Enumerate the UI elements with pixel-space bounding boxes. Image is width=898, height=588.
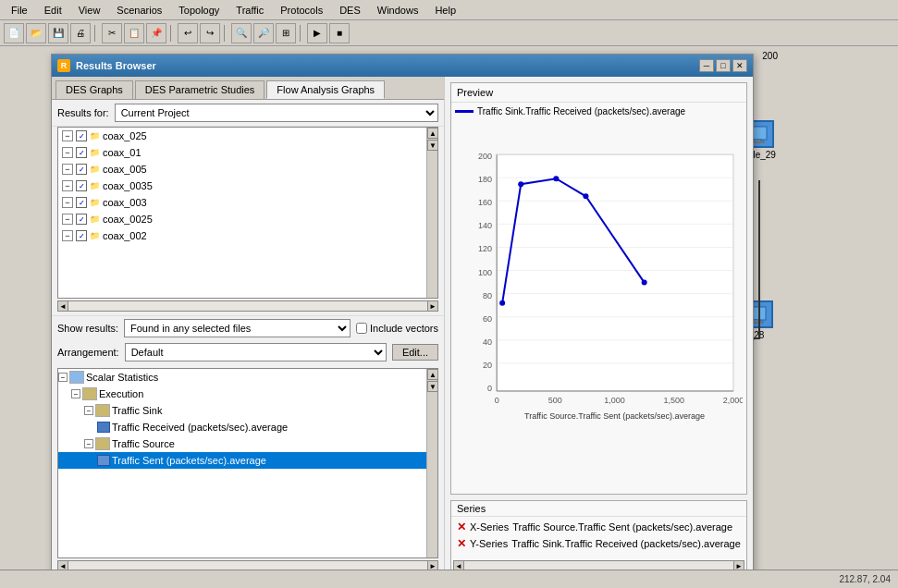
file-name-coax0025: coax_0025 (103, 214, 153, 225)
series-text-1: Traffic Sink.Traffic Received (packets/s… (511, 538, 741, 549)
file-name-coax01: coax_01 (103, 147, 141, 158)
tree-expander-coax01[interactable]: − (62, 147, 73, 158)
tb-new[interactable]: 📄 (4, 23, 24, 43)
menu-scenarios[interactable]: Scenarios (109, 3, 169, 18)
tree-expander-coax0035[interactable]: − (62, 180, 73, 191)
file-item-coax01[interactable]: − ✓ 📁 coax_01 (58, 144, 426, 161)
series-list: ✕ X-Series Traffic Source.Traffic Sent (… (451, 517, 746, 560)
dialog-content: DES Graphs DES Parametric Studies Flow A… (52, 77, 753, 570)
tb-stop[interactable]: ■ (329, 23, 350, 43)
menu-file[interactable]: File (4, 3, 35, 18)
menu-view[interactable]: View (71, 3, 108, 18)
tree-expander-coax003[interactable]: − (62, 197, 73, 208)
checkbox-coax01[interactable]: ✓ (76, 147, 87, 158)
tb-open[interactable]: 📂 (26, 23, 46, 43)
menu-topology[interactable]: Topology (171, 3, 227, 18)
checkbox-coax0035[interactable]: ✓ (76, 180, 87, 191)
tree-scroll-left[interactable]: ◄ (57, 560, 68, 570)
arrangement-row: Arrangement: Default Edit... (52, 340, 444, 364)
series-scroll-right[interactable]: ► (733, 560, 744, 570)
tree-scroll-down[interactable]: ▼ (427, 381, 438, 392)
arrangement-dropdown[interactable]: Default (125, 343, 387, 361)
dialog-maximize-btn[interactable]: □ (716, 59, 731, 72)
scroll-up-arrow[interactable]: ▲ (427, 128, 438, 139)
file-list-scrollbar[interactable]: ▲ ▼ (426, 128, 437, 298)
scroll-down-arrow[interactable]: ▼ (427, 140, 438, 151)
tree-panel-scrollbar[interactable]: ▲ ▼ (426, 369, 437, 557)
edit-button[interactable]: Edit... (392, 344, 438, 361)
menu-help[interactable]: Help (427, 3, 463, 18)
tab-flow-analysis[interactable]: Flow Analysis Graphs (266, 80, 385, 99)
series-x-icon-0: ✕ (457, 521, 466, 533)
tree-item-execution[interactable]: − Execution (58, 386, 426, 402)
results-for-dropdown[interactable]: Current Project (115, 104, 438, 122)
scroll-right-arrow[interactable]: ► (427, 300, 438, 312)
menubar: File Edit View Scenarios Topology Traffi… (0, 0, 898, 20)
tree-item-scalar[interactable]: − Scalar Statistics (58, 369, 426, 386)
svg-text:Traffic Source.Traffic Sent (p: Traffic Source.Traffic Sent (packets/sec… (524, 411, 705, 421)
tree-item-traffic-sink[interactable]: − Traffic Sink (58, 402, 426, 419)
file-item-coax0035[interactable]: − ✓ 📁 coax_0035 (58, 178, 426, 194)
tb-redo[interactable]: ↪ (200, 23, 220, 43)
tab-des-graphs[interactable]: DES Graphs (55, 80, 133, 99)
svg-point-38 (553, 176, 559, 181)
tree-scroll-right[interactable]: ► (427, 560, 438, 570)
include-vectors-checkbox[interactable] (356, 323, 367, 334)
tree-exp-execution[interactable]: − (71, 389, 80, 398)
right-panel: Preview Traffic Sink.Traffic Received (p… (445, 77, 753, 570)
tb-zoom-fit[interactable]: ⊞ (276, 23, 296, 43)
preview-title: Preview (451, 83, 746, 103)
h-scrollbar-track[interactable] (68, 300, 427, 312)
tree-expander[interactable]: − (62, 130, 73, 141)
tree-item-traffic-sent[interactable]: Traffic Sent (packets/sec).average (58, 452, 426, 469)
scroll-left-arrow[interactable]: ◄ (57, 300, 68, 312)
tb-zoom-out[interactable]: 🔎 (253, 23, 274, 43)
menu-edit[interactable]: Edit (37, 3, 69, 18)
series-h-scrollbar[interactable] (464, 560, 733, 570)
tree-expander-coax002[interactable]: − (62, 230, 73, 241)
show-results-dropdown[interactable]: Found in any selected files (124, 319, 351, 337)
menu-windows[interactable]: Windows (370, 3, 426, 18)
tb-run[interactable]: ▶ (307, 23, 327, 43)
tree-expander-coax0025[interactable]: − (62, 214, 73, 225)
file-item-coax003[interactable]: − ✓ 📁 coax_003 (58, 194, 426, 211)
tb-print[interactable]: 🖨 (70, 23, 91, 43)
checkbox-coax025[interactable]: ✓ (76, 130, 87, 141)
arrangement-label: Arrangement: (57, 347, 119, 358)
tb-zoom-in[interactable]: 🔍 (231, 23, 252, 43)
tree-expander-coax005[interactable]: − (62, 164, 73, 175)
tb-paste[interactable]: 📌 (146, 23, 166, 43)
tb-copy[interactable]: 📋 (124, 23, 144, 43)
series-scroll-left[interactable]: ◄ (453, 560, 464, 570)
menu-des[interactable]: DES (332, 3, 368, 18)
svg-text:1,000: 1,000 (604, 396, 625, 405)
tree-exp-traffic-source[interactable]: − (84, 439, 93, 448)
legend-line (455, 110, 474, 113)
menu-traffic[interactable]: Traffic (228, 3, 271, 18)
tree-item-traffic-source[interactable]: − Traffic Source (58, 435, 426, 452)
tb-cut[interactable]: ✂ (102, 23, 122, 43)
tree-exp-scalar[interactable]: − (58, 373, 68, 382)
file-item-coax005[interactable]: − ✓ 📁 coax_005 (58, 161, 426, 178)
include-vectors-check[interactable]: Include vectors (356, 323, 438, 334)
tb-save[interactable]: 💾 (48, 23, 68, 43)
checkbox-coax005[interactable]: ✓ (76, 164, 87, 175)
file-item-coax0025[interactable]: − ✓ 📁 coax_0025 (58, 211, 426, 227)
tree-exp-traffic-sink[interactable]: − (84, 406, 93, 415)
tab-des-parametric[interactable]: DES Parametric Studies (135, 80, 265, 99)
checkbox-coax0025[interactable]: ✓ (76, 214, 87, 225)
menu-protocols[interactable]: Protocols (273, 3, 330, 18)
tree-scroll-up[interactable]: ▲ (427, 369, 438, 380)
checkbox-coax003[interactable]: ✓ (76, 197, 87, 208)
svg-text:1,500: 1,500 (663, 396, 684, 405)
tree-item-traffic-received[interactable]: Traffic Received (packets/sec).average (58, 419, 426, 435)
dialog-close-btn[interactable]: ✕ (732, 59, 747, 72)
file-item-coax025[interactable]: − ✓ 📁 coax_025 (58, 128, 426, 144)
checkbox-coax002[interactable]: ✓ (76, 230, 87, 241)
dialog-minimize-btn[interactable]: ─ (699, 59, 714, 72)
tree-text-traffic-sink: Traffic Sink (112, 405, 162, 416)
file-item-coax002[interactable]: − ✓ 📁 coax_002 (58, 227, 426, 244)
tb-undo[interactable]: ↩ (178, 23, 198, 43)
legend-text: Traffic Sink.Traffic Received (packets/s… (477, 106, 685, 116)
tree-h-scrollbar[interactable] (68, 560, 427, 570)
